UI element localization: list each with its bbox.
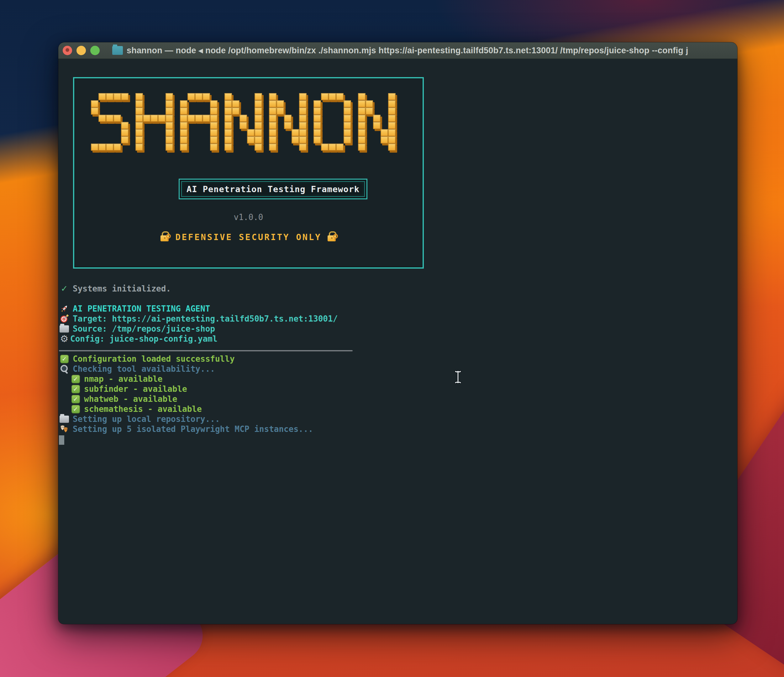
mouse-cursor-ibeam xyxy=(454,370,462,386)
line-text: Setting up local repository... xyxy=(73,414,220,424)
line-text: schemathesis - available xyxy=(84,404,202,414)
blank-line xyxy=(59,294,353,304)
line-text: Systems initialized. xyxy=(73,284,171,294)
terminal-line: Setting up local repository... xyxy=(59,414,353,424)
line-text: Source: /tmp/repos/juice-shop xyxy=(73,324,215,334)
gear-icon: ⚙ xyxy=(59,334,70,344)
lock-icon xyxy=(160,231,170,243)
shannon-ascii-logo xyxy=(91,93,396,151)
window-title: shannon — node ◂ node /opt/homebrew/bin/… xyxy=(127,45,737,56)
logo-letter-O xyxy=(313,93,351,151)
traffic-light-close-button[interactable] xyxy=(63,46,72,55)
terminal-line: nmap - available xyxy=(59,374,353,384)
target-icon xyxy=(59,314,70,324)
logo-letter-N xyxy=(358,93,396,151)
terminal-line: Checking tool availability... xyxy=(59,364,353,374)
terminal-line: schemathesis - available xyxy=(59,404,353,414)
terminal-line: whatweb - available xyxy=(59,394,353,404)
line-text: Setting up 5 isolated Playwright MCP ins… xyxy=(73,424,313,434)
window-title-bar[interactable]: shannon — node ◂ node /opt/homebrew/bin/… xyxy=(58,42,737,59)
terminal-line: Source: /tmp/repos/juice-shop xyxy=(59,324,353,334)
terminal-window: shannon — node ◂ node /opt/homebrew/bin/… xyxy=(58,42,737,624)
logo-letter-N xyxy=(269,93,306,151)
safety-label: DEFENSIVE SECURITY ONLY xyxy=(176,232,322,242)
terminal-line: AI PENETRATION TESTING AGENT xyxy=(59,304,353,314)
safety-banner: DEFENSIVE SECURITY ONLY xyxy=(74,231,423,243)
logo-letter-N xyxy=(224,93,262,151)
logo-letter-H xyxy=(135,93,173,151)
divider-row xyxy=(59,344,353,354)
version-label: v1.0.0 xyxy=(74,213,423,222)
check-mark-icon: ✓ xyxy=(59,284,70,294)
rocket-icon xyxy=(59,304,70,314)
framework-label: AI Penetration Testing Framework xyxy=(187,184,359,194)
checkbox-icon xyxy=(70,394,81,404)
line-text: AI PENETRATION TESTING AGENT xyxy=(73,304,210,314)
logo-letter-S xyxy=(91,93,129,151)
line-text: whatweb - available xyxy=(84,394,177,404)
terminal-line: subfinder - available xyxy=(59,384,353,394)
masks-icon xyxy=(59,424,70,434)
terminal-caret xyxy=(59,435,64,445)
terminal-line: ⚙Config: juice-shop-config.yaml xyxy=(59,334,353,344)
proxy-folder-icon xyxy=(112,46,123,55)
line-text: subfinder - available xyxy=(84,384,187,394)
terminal-output: ✓Systems initialized.AI PENETRATION TEST… xyxy=(59,284,353,444)
checkbox-icon xyxy=(70,384,81,394)
terminal-content-area[interactable]: AI Penetration Testing Framework v1.0.0 … xyxy=(58,59,737,624)
banner-box: AI Penetration Testing Framework v1.0.0 … xyxy=(73,77,424,269)
traffic-light-minimize-button[interactable] xyxy=(76,46,86,55)
checkbox-icon xyxy=(59,354,70,364)
framework-label-box: AI Penetration Testing Framework xyxy=(179,179,367,199)
folder-icon xyxy=(59,324,70,334)
folder-icon xyxy=(59,414,70,424)
line-text: Config: juice-shop-config.yaml xyxy=(70,334,218,344)
line-text: Target: https://ai-pentesting.tailfd50b7… xyxy=(73,314,338,324)
line-text: nmap - available xyxy=(84,374,162,384)
line-text: Checking tool availability... xyxy=(73,364,215,374)
terminal-line: ✓Systems initialized. xyxy=(59,284,353,294)
terminal-line: Target: https://ai-pentesting.tailfd50b7… xyxy=(59,314,353,324)
terminal-line: Setting up 5 isolated Playwright MCP ins… xyxy=(59,424,353,434)
traffic-light-zoom-button[interactable] xyxy=(90,46,100,55)
line-text: Configuration loaded successfully xyxy=(73,354,235,364)
checkbox-icon xyxy=(70,374,81,384)
caret-row xyxy=(59,434,353,444)
lock-icon xyxy=(327,231,337,243)
terminal-line: Configuration loaded successfully xyxy=(59,354,353,364)
logo-letter-A xyxy=(180,93,218,151)
checkbox-icon xyxy=(70,404,81,414)
magnifier-icon xyxy=(59,364,70,374)
divider-line xyxy=(59,350,353,351)
